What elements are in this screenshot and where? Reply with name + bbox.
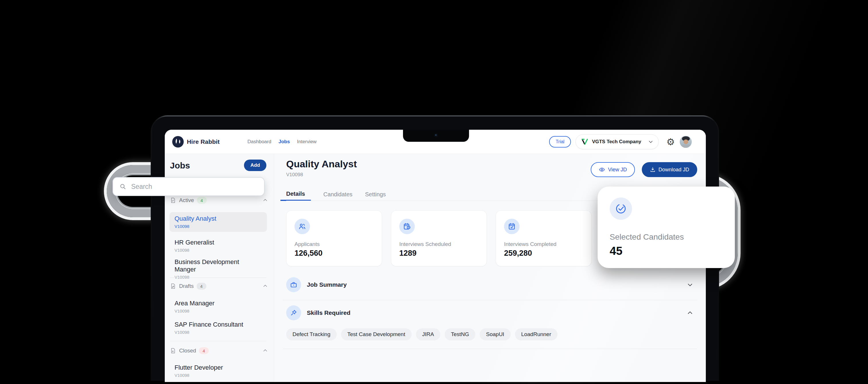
nav-item-jobs[interactable]: Jobs [278, 139, 290, 145]
view-jd-button[interactable]: View JD [591, 162, 635, 177]
tab-details[interactable]: Details [280, 188, 311, 201]
briefcase-icon [286, 277, 301, 292]
calendar-clock-icon [399, 219, 415, 234]
accordion-job-summary[interactable]: Job Summary [283, 276, 697, 294]
sidebar-job-area-manager[interactable]: Area Manager V10098 [169, 297, 267, 317]
job-header: Quality Analyst V10098 [286, 158, 357, 178]
skill-chip: Test Case Development [341, 328, 412, 340]
company-selector[interactable]: VGTS Tech Company [576, 134, 659, 149]
tab-settings[interactable]: Settings [365, 188, 386, 201]
chevron-up-icon[interactable] [262, 284, 268, 289]
company-logo-icon [581, 138, 588, 146]
chevron-down-icon [648, 139, 653, 145]
nav-right: Trial VGTS Tech Company [549, 130, 692, 154]
job-title: Quality Analyst [286, 158, 357, 170]
chevron-up-icon[interactable] [687, 310, 693, 316]
tab-candidates[interactable]: Candidates [323, 188, 352, 201]
sidebar-job-flutter-developer[interactable]: Flutter Developer V10098 [169, 361, 267, 381]
section-divider [283, 300, 697, 300]
company-name: VGTS Tech Company [592, 139, 645, 145]
sidebar-job-quality-analyst[interactable]: Quality Analyst V10098 [169, 212, 267, 232]
skill-chips: Defect Tracking Test Case Development JI… [286, 328, 557, 340]
stat-card-interviews-completed: Interviews Completed 259,280 [496, 211, 592, 266]
download-icon [650, 167, 656, 172]
job-actions: View JD Download JD [591, 162, 697, 177]
section-label-drafts: Drafts [179, 283, 194, 289]
sidebar-title: Jobs [170, 161, 190, 170]
rabbit-logo-icon [172, 136, 184, 148]
section-divider [283, 349, 697, 349]
avatar[interactable] [680, 136, 692, 148]
sidebar-job-business-development[interactable]: Business Development Manger V10098 [169, 255, 267, 283]
skill-chip: Defect Tracking [286, 328, 337, 340]
laptop-notch [403, 130, 469, 142]
add-job-button[interactable]: Add [244, 160, 267, 171]
selected-candidates-value: 45 [610, 245, 723, 257]
chevron-down-icon[interactable] [687, 282, 693, 288]
gear-icon[interactable]: ⚙ [666, 137, 675, 147]
job-tabs: Details Candidates Settings [286, 188, 386, 201]
applicants-icon [294, 219, 310, 234]
active-count-badge: 4 [197, 197, 207, 204]
chevron-up-icon[interactable] [262, 348, 268, 353]
chevron-up-icon[interactable] [262, 198, 268, 203]
trial-badge: Trial [549, 136, 571, 148]
skill-chip: SoapUI [479, 328, 510, 340]
sidebar-section-closed[interactable]: Closed 4 [170, 347, 269, 354]
doc-x-icon [170, 348, 176, 354]
stat-cards: Applicants 126,560 [286, 211, 592, 266]
sidebar-divider [170, 278, 267, 278]
pin-icon [286, 306, 301, 320]
selected-candidates-card: Selected Candidates 45 [598, 187, 735, 268]
camera-icon [434, 133, 438, 137]
drafts-count-badge: 4 [197, 283, 206, 290]
sidebar-divider [170, 341, 267, 341]
doc-edit-icon [170, 283, 176, 289]
calendar-check-icon [504, 219, 520, 234]
section-label-active: Active [179, 197, 194, 203]
nav-links: Dashboard Jobs Interview [247, 130, 317, 154]
skill-chip: TestNG [445, 328, 475, 340]
closed-count-badge: 4 [199, 347, 209, 354]
stat-card-interviews-scheduled: Interviews Scheduled 1289 [391, 211, 487, 266]
check-circle-icon [610, 197, 632, 220]
selected-candidates-label: Selected Candidates [610, 232, 723, 242]
brand-block: Hire Rabbit [172, 130, 220, 154]
job-code: V10098 [286, 172, 357, 178]
search-popout [113, 177, 265, 196]
skill-chip: JIRA [416, 328, 440, 340]
scene: Hire Rabbit Dashboard Jobs Interview Tri… [0, 0, 868, 384]
search-icon [119, 183, 126, 190]
doc-check-icon [170, 197, 176, 203]
accordion-skills-required[interactable]: Skills Required [283, 304, 697, 322]
brand-name: Hire Rabbit [187, 138, 220, 145]
section-label-closed: Closed [179, 348, 196, 354]
sidebar-job-sap-finance[interactable]: SAP Finance Consultant V10098 [169, 318, 267, 338]
sidebar-section-drafts[interactable]: Drafts 4 [170, 282, 269, 290]
nav-item-dashboard[interactable]: Dashboard [247, 139, 271, 145]
search-input[interactable] [131, 183, 258, 191]
download-jd-button[interactable]: Download JD [642, 162, 697, 177]
nav-item-interview[interactable]: Interview [297, 139, 317, 145]
sidebar-job-hr-generalist[interactable]: HR Generalist V10098 [169, 236, 267, 256]
skill-chip: LoadRunner [515, 328, 558, 340]
eye-icon [599, 166, 605, 173]
stat-card-applicants: Applicants 126,560 [286, 211, 382, 266]
sidebar-section-active[interactable]: Active 4 [170, 197, 269, 204]
